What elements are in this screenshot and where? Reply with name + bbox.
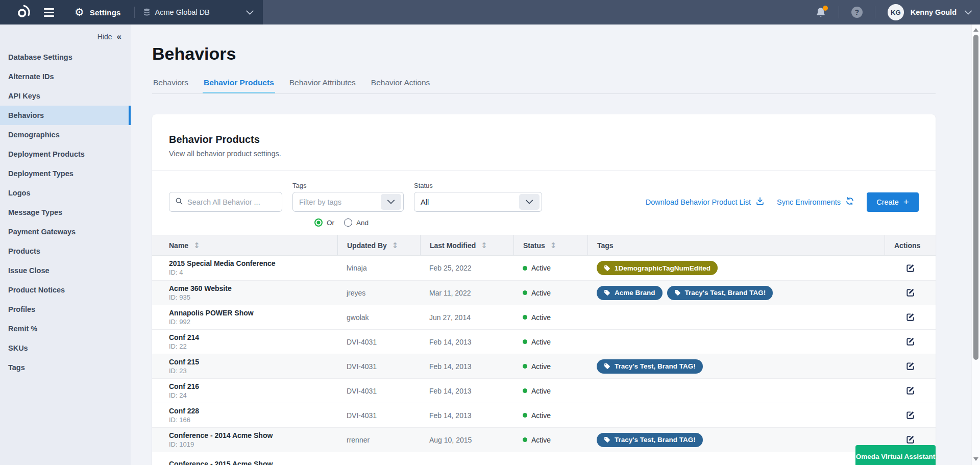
sidebar-item-remit[interactable]: Remit % (0, 319, 131, 338)
sidebar-item-message-types[interactable]: Message Types (0, 203, 131, 222)
download-link-label: Download Behavior Product List (646, 198, 751, 206)
sidebar-item-logos[interactable]: Logos (0, 183, 131, 203)
tags-filter-select[interactable]: Filter by tags (292, 192, 404, 212)
main-content: Behaviors BehaviorsBehavior ProductsBeha… (131, 25, 971, 465)
column-header-last-modified[interactable]: Last Modified ↕ (420, 235, 513, 255)
help-icon[interactable]: ? (851, 7, 863, 18)
tab-behavior-products[interactable]: Behavior Products (203, 78, 275, 93)
edit-icon[interactable] (905, 337, 915, 347)
gear-icon[interactable]: ⚙ (75, 7, 84, 18)
scrollbar-down-arrow[interactable] (973, 457, 978, 461)
status-filter-select[interactable]: All (414, 192, 542, 212)
tag-pill[interactable]: 1DemographicTagNumEdited (597, 261, 718, 275)
tag-pill[interactable]: Acme Brand (597, 286, 663, 300)
sidebar-item-database-settings[interactable]: Database Settings (0, 47, 131, 67)
radio-or-control[interactable] (314, 218, 323, 227)
cell-name: Conf 215 ID: 23 (152, 358, 337, 375)
tag-pill-label: Tracy's Test, Brand TAG! (615, 436, 696, 444)
edit-icon[interactable] (905, 435, 915, 445)
user-menu-chevron-icon[interactable] (965, 8, 972, 17)
topbar-separator (839, 6, 839, 18)
topbar: ⚙ Settings Acme Global DB ? KG Kenny Gou… (0, 0, 980, 25)
tab-behavior-attributes[interactable]: Behavior Attributes (288, 78, 357, 93)
tag-match-radio-group: Or And (314, 218, 936, 227)
table-row: Conf 216 ID: 24 DVI-4031 Feb 14, 2013 Ac… (152, 378, 936, 403)
cell-status: Active (513, 411, 587, 420)
notifications-bell-icon[interactable] (815, 7, 826, 18)
sidebar-item-tags[interactable]: Tags (0, 358, 131, 377)
database-icon (143, 8, 151, 17)
tag-icon (604, 289, 610, 296)
row-name: Conference - 2015 Acme Show (169, 460, 337, 465)
radio-or[interactable]: Or (314, 218, 334, 227)
page-scrollbar[interactable] (971, 25, 980, 465)
sidebar-item-skus[interactable]: SKUs (0, 338, 131, 358)
column-header-updated-by[interactable]: Updated By ↕ (337, 235, 420, 255)
sidebar-item-payment-gateways[interactable]: Payment Gateways (0, 222, 131, 241)
sort-icon[interactable]: ↕ (392, 241, 399, 250)
omeda-logo-icon[interactable] (14, 4, 31, 20)
avatar[interactable]: KG (888, 4, 904, 20)
edit-icon[interactable] (905, 263, 915, 273)
topbar-left-section: ⚙ Settings Acme Global DB (0, 0, 263, 25)
chevron-down-icon[interactable] (519, 194, 540, 210)
download-behavior-product-list-link[interactable]: Download Behavior Product List (646, 197, 765, 207)
sidebar-item-products[interactable]: Products (0, 241, 131, 261)
cell-name: Acme 360 Website ID: 935 (152, 284, 337, 302)
hamburger-menu-icon[interactable] (44, 8, 54, 17)
radio-and-control[interactable] (344, 218, 352, 227)
sidebar-item-issue-close[interactable]: Issue Close (0, 261, 131, 280)
column-header-tags[interactable]: Tags (587, 235, 885, 255)
sidebar-item-product-notices[interactable]: Product Notices (0, 280, 131, 300)
sidebar-item-label: Tags (8, 363, 25, 372)
create-button[interactable]: Create + (867, 192, 919, 212)
edit-icon[interactable] (905, 312, 915, 322)
sidebar-item-alternate-ids[interactable]: Alternate IDs (0, 67, 131, 86)
omeda-virtual-assistant-button[interactable]: Omeda Virtual Assistant (855, 445, 936, 465)
sync-environments-link[interactable]: Sync Environments (777, 197, 854, 207)
search-input[interactable] (187, 198, 276, 206)
edit-icon[interactable] (905, 288, 915, 298)
edit-icon[interactable] (905, 410, 915, 420)
sidebar-hide-button[interactable]: Hide « (0, 25, 131, 41)
database-selector[interactable]: Acme Global DB (155, 8, 210, 16)
panel-header: Behavior Products View all behavior prod… (152, 114, 936, 158)
column-header-actions[interactable]: Actions (885, 235, 936, 255)
cell-name: Conf 214 ID: 22 (152, 333, 337, 351)
tab-behavior-actions[interactable]: Behavior Actions (370, 78, 431, 93)
chevron-down-icon[interactable] (246, 10, 254, 15)
sidebar-item-demographics[interactable]: Demographics (0, 125, 131, 144)
tab-behaviors[interactable]: Behaviors (152, 78, 189, 93)
tag-pill[interactable]: Tracy's Test, Brand TAG! (597, 359, 703, 374)
sidebar-item-api-keys[interactable]: API Keys (0, 86, 131, 106)
radio-or-label: Or (327, 219, 334, 227)
sort-icon[interactable]: ↕ (550, 241, 557, 250)
status-dot (523, 388, 527, 393)
row-name: Conf 214 (169, 333, 337, 342)
cell-actions (885, 288, 936, 298)
sort-icon[interactable]: ↕ (193, 241, 200, 250)
status-badge: Active (531, 264, 551, 272)
sidebar-item-label: Profiles (8, 305, 35, 313)
scrollbar-up-arrow[interactable] (973, 28, 978, 32)
sidebar-item-profiles[interactable]: Profiles (0, 300, 131, 319)
sort-icon[interactable]: ↕ (481, 241, 487, 250)
sidebar-item-label: SKUs (8, 344, 28, 352)
chevron-down-icon[interactable] (381, 194, 401, 210)
radio-and[interactable]: And (344, 218, 369, 227)
table-row: Conference - 2014 Acme Show ID: 1019 rre… (152, 427, 936, 452)
user-name[interactable]: Kenny Gould (911, 8, 957, 16)
sidebar-item-deployment-products[interactable]: Deployment Products (0, 144, 131, 164)
plus-icon: + (903, 197, 909, 207)
sidebar-item-behaviors[interactable]: Behaviors (0, 106, 131, 125)
row-id: ID: 22 (169, 342, 337, 351)
tag-pill[interactable]: Tracy's Test, Brand TAG! (597, 433, 703, 447)
edit-icon[interactable] (905, 386, 915, 396)
tag-pill[interactable]: Tracy's Test, Brand TAG! (667, 286, 773, 300)
scrollbar-thumb[interactable] (973, 35, 978, 360)
sidebar-item-deployment-types[interactable]: Deployment Types (0, 164, 131, 183)
edit-icon[interactable] (905, 361, 915, 371)
column-header-status[interactable]: Status ↕ (513, 235, 587, 255)
column-header-name[interactable]: Name ↕ (152, 235, 337, 255)
status-dot (523, 266, 527, 271)
